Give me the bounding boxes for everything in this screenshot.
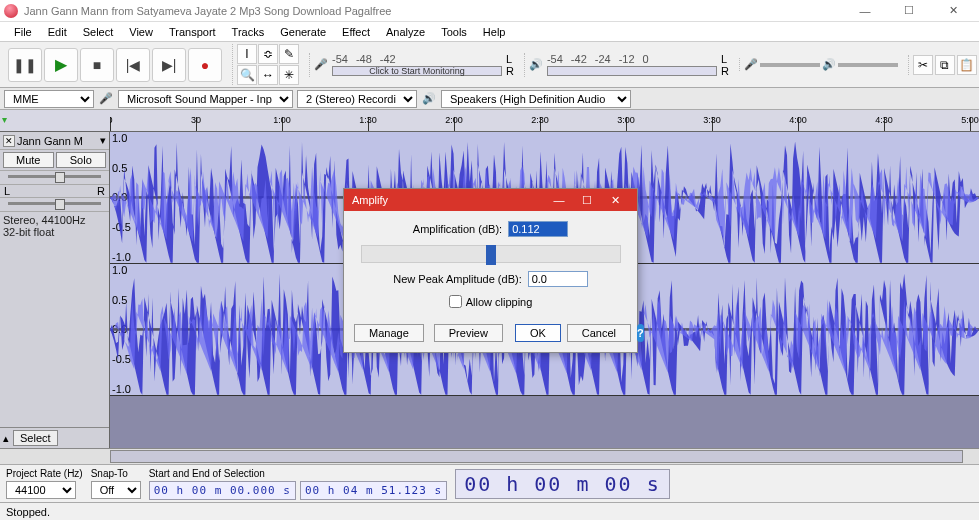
menu-tracks[interactable]: Tracks xyxy=(224,24,273,40)
timeline-ruler[interactable]: ▾ 0301:001:302:002:303:003:304:004:305:0… xyxy=(0,110,979,132)
amplification-input[interactable] xyxy=(508,221,568,237)
help-icon[interactable]: ? xyxy=(637,324,644,342)
menu-edit[interactable]: Edit xyxy=(40,24,75,40)
audio-position-display[interactable]: 00 h 00 m 00 s xyxy=(455,469,670,499)
timeshift-tool-icon[interactable]: ↔ xyxy=(258,65,278,85)
playback-device-select[interactable]: Speakers (High Definition Audio xyxy=(441,90,631,108)
amplification-label: Amplification (dB): xyxy=(413,223,502,235)
selection-toolbar: Project Rate (Hz) 44100 Snap-To Off Star… xyxy=(0,464,979,502)
menu-view[interactable]: View xyxy=(121,24,161,40)
ruler-label: 3:30 xyxy=(703,115,721,125)
record-meter-hint: Click to Start Monitoring xyxy=(333,67,501,75)
minimize-button[interactable]: — xyxy=(843,0,887,22)
menu-transport[interactable]: Transport xyxy=(161,24,224,40)
dialog-title-bar[interactable]: Amplify — ☐ ✕ xyxy=(344,189,637,211)
menu-effect[interactable]: Effect xyxy=(334,24,378,40)
menu-file[interactable]: File xyxy=(6,24,40,40)
ruler-label: 1:00 xyxy=(273,115,291,125)
play-button[interactable]: ▶ xyxy=(44,48,78,82)
track-close-button[interactable]: ✕ xyxy=(3,135,15,147)
pan-right-label: R xyxy=(97,185,105,197)
track-empty-area xyxy=(110,396,979,448)
skip-end-button[interactable]: ▶| xyxy=(152,48,186,82)
pause-button[interactable]: ❚❚ xyxy=(8,48,42,82)
selection-range-label: Start and End of Selection xyxy=(149,468,447,479)
cancel-button[interactable]: Cancel xyxy=(567,324,631,342)
preview-button[interactable]: Preview xyxy=(434,324,503,342)
track-menu-dropdown-icon[interactable]: ▾ xyxy=(100,134,106,147)
cut-icon[interactable]: ✂ xyxy=(913,55,933,75)
mute-button[interactable]: Mute xyxy=(3,152,54,168)
menu-help[interactable]: Help xyxy=(475,24,514,40)
multi-tool-icon[interactable]: ✳ xyxy=(279,65,299,85)
status-bar: Stopped. xyxy=(0,502,979,520)
track-collapse-icon[interactable]: ▴ xyxy=(3,432,9,445)
project-rate-label: Project Rate (Hz) xyxy=(6,468,83,479)
ruler-label: 4:00 xyxy=(789,115,807,125)
peak-amplitude-input[interactable] xyxy=(528,271,588,287)
record-volume-slider[interactable] xyxy=(760,63,820,67)
ruler-label: 2:00 xyxy=(445,115,463,125)
track-name[interactable]: Jann Gann M xyxy=(17,135,98,147)
zoom-tool-icon[interactable]: 🔍 xyxy=(237,65,257,85)
menu-analyze[interactable]: Analyze xyxy=(378,24,433,40)
record-device-select[interactable]: Microsoft Sound Mapper - Input xyxy=(118,90,293,108)
draw-tool-icon[interactable]: ✎ xyxy=(279,44,299,64)
gain-slider[interactable] xyxy=(8,175,101,178)
pan-slider[interactable] xyxy=(8,202,101,205)
solo-button[interactable]: Solo xyxy=(56,152,107,168)
skip-start-button[interactable]: |◀ xyxy=(116,48,150,82)
menu-tools[interactable]: Tools xyxy=(433,24,475,40)
record-meter[interactable]: 🎤 -54-48-42 Click to Start Monitoring LR xyxy=(309,53,518,77)
mic-device-icon: 🎤 xyxy=(98,92,114,105)
track-select-button[interactable]: Select xyxy=(13,430,58,446)
transport-group: ❚❚ ▶ ■ |◀ ▶| ● xyxy=(4,48,226,82)
scrollbar-thumb[interactable] xyxy=(110,450,963,463)
ruler-label: 0 xyxy=(110,115,113,125)
speaker-icon: 🔊 xyxy=(529,58,543,71)
mic-icon: 🎤 xyxy=(314,58,328,71)
project-rate-select[interactable]: 44100 xyxy=(6,481,76,499)
dialog-close-button[interactable]: ✕ xyxy=(601,194,629,207)
paste-icon[interactable]: 📋 xyxy=(957,55,977,75)
snap-select[interactable]: Off xyxy=(91,481,141,499)
ruler-label: 30 xyxy=(191,115,201,125)
lr-label: LR xyxy=(506,53,514,77)
stop-button[interactable]: ■ xyxy=(80,48,114,82)
dialog-maximize-button[interactable]: ☐ xyxy=(573,194,601,207)
ok-button[interactable]: OK xyxy=(515,324,561,342)
manage-button[interactable]: Manage xyxy=(354,324,424,342)
dialog-minimize-button[interactable]: — xyxy=(545,194,573,206)
selection-tool-icon[interactable]: I xyxy=(237,44,257,64)
close-window-button[interactable]: ✕ xyxy=(931,0,975,22)
menu-select[interactable]: Select xyxy=(75,24,122,40)
ruler-label: 4:30 xyxy=(875,115,893,125)
pan-left-label: L xyxy=(4,185,10,197)
record-channels-select[interactable]: 2 (Stereo) Recording Chann xyxy=(297,90,417,108)
copy-icon[interactable]: ⧉ xyxy=(935,55,955,75)
audio-host-select[interactable]: MME xyxy=(4,90,94,108)
envelope-tool-icon[interactable]: ≎ xyxy=(258,44,278,64)
maximize-button[interactable]: ☐ xyxy=(887,0,931,22)
playback-level-bar[interactable] xyxy=(547,66,717,76)
record-button[interactable]: ● xyxy=(188,48,222,82)
status-text: Stopped. xyxy=(6,506,50,518)
selection-start-field[interactable]: 00 h 00 m 00.000 s xyxy=(149,481,296,500)
allow-clipping-checkbox[interactable] xyxy=(449,295,462,308)
speaker-device-icon: 🔊 xyxy=(421,92,437,105)
menu-generate[interactable]: Generate xyxy=(272,24,334,40)
ruler-label: 2:30 xyxy=(531,115,549,125)
mixer-group: 🎤 🔊 xyxy=(739,58,902,71)
playback-volume-slider[interactable] xyxy=(838,63,898,67)
record-level-bar[interactable]: Click to Start Monitoring xyxy=(332,66,502,76)
amplification-slider[interactable] xyxy=(361,245,621,263)
playhead-marker-icon[interactable]: ▾ xyxy=(2,114,18,125)
tools-group: I ≎ ✎ 🔍 ↔ ✳ xyxy=(232,44,303,85)
playback-meter[interactable]: 🔊 -54-42-24-120 LR xyxy=(524,53,733,77)
ruler-label: 5:00 xyxy=(961,115,979,125)
meter-scale: -54-48-42 xyxy=(332,53,502,65)
lr-label-play: LR xyxy=(721,53,729,77)
allow-clipping-label: Allow clipping xyxy=(466,296,533,308)
selection-end-field[interactable]: 00 h 04 m 51.123 s xyxy=(300,481,447,500)
horizontal-scrollbar[interactable] xyxy=(0,448,979,464)
